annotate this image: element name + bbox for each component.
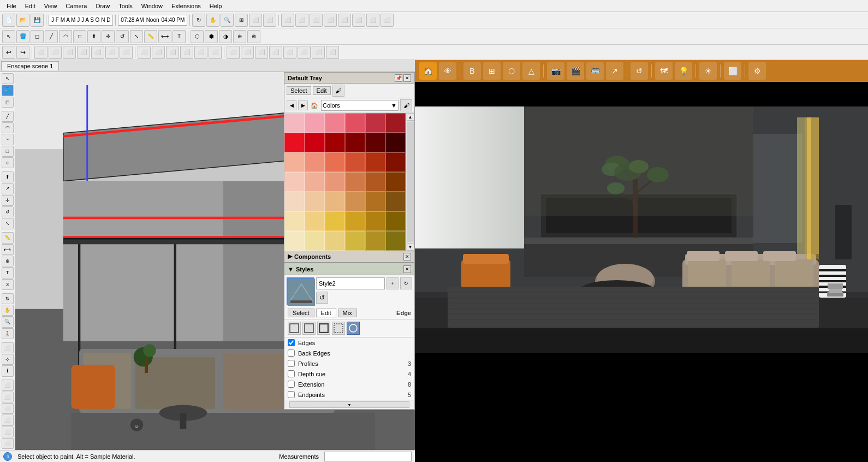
sketchup-viewport[interactable]: ⊕ ☺ Default Tray 📌 ✕ [15, 72, 415, 450]
tb3-5[interactable]: ⬜ [91, 46, 104, 59]
text-tool[interactable]: T [173, 30, 186, 43]
color-cell-3[interactable] [345, 113, 365, 133]
color-cell-8[interactable] [325, 133, 345, 152]
menu-tools[interactable]: Tools [114, 2, 137, 10]
enscape-view2-btn[interactable]: ⬜ [724, 62, 741, 80]
color-cell-10[interactable] [365, 133, 385, 152]
side-extra4[interactable]: ⬜ [2, 414, 14, 425]
style-refresh-btn[interactable]: ↺ [316, 292, 328, 304]
zoom-ext-btn[interactable]: ⊞ [235, 14, 248, 27]
side-extra5[interactable]: ⬜ [2, 427, 14, 437]
side-rect[interactable]: □ [2, 146, 14, 157]
tb3-12[interactable]: ⬜ [194, 46, 207, 59]
endpoints-checkbox[interactable] [288, 391, 295, 398]
color-cell-40[interactable] [365, 231, 385, 251]
styles-close-btn[interactable]: ✕ [403, 265, 411, 273]
color-cell-6[interactable] [284, 133, 305, 152]
color-cell-11[interactable] [385, 133, 406, 152]
side-arc[interactable]: ◠ [2, 122, 14, 133]
tab-mix[interactable]: Mix [338, 309, 357, 317]
edges-checkbox[interactable] [288, 339, 295, 346]
tb3-8[interactable]: ⬜ [138, 46, 151, 59]
side-extra3[interactable]: ⬜ [2, 403, 14, 414]
color-cell-14[interactable] [325, 152, 345, 172]
side-text[interactable]: T [2, 267, 14, 278]
color-cell-0[interactable] [284, 113, 305, 133]
components-close-btn[interactable]: ✕ [403, 253, 411, 260]
enscape-share-btn[interactable]: ↗ [606, 62, 623, 80]
endpoints-label[interactable]: Endpoints [298, 392, 397, 398]
menu-draw[interactable]: Draw [91, 2, 114, 10]
color-cell-17[interactable] [385, 152, 406, 172]
enscape-sync-btn[interactable]: ↺ [631, 62, 648, 80]
side-extra1[interactable]: ⬜ [2, 380, 14, 390]
color-cell-30[interactable] [284, 211, 305, 231]
color-cell-1[interactable] [305, 113, 325, 133]
hidden-btn[interactable]: ⬜ [310, 14, 323, 27]
color-cell-27[interactable] [345, 192, 365, 211]
style-thumbnail[interactable] [287, 277, 314, 305]
tb3-18[interactable]: ⬜ [283, 46, 296, 59]
dim-tool[interactable]: ⟷ [158, 30, 171, 43]
color-cell-29[interactable] [385, 192, 406, 211]
menu-camera[interactable]: Camera [61, 2, 91, 10]
side-rotate[interactable]: ↺ [2, 206, 14, 217]
color-cell-35[interactable] [385, 211, 406, 231]
edge-icon-4[interactable] [332, 322, 345, 335]
color-cell-28[interactable] [365, 192, 385, 211]
enscape-home-btn[interactable]: 🏠 [419, 62, 437, 80]
enscape-sun-btn[interactable]: ☀ [699, 62, 717, 80]
enscape-settings-btn[interactable]: ⚙ [748, 62, 766, 80]
side-walk[interactable]: 🚶 [2, 328, 14, 339]
prev-btn[interactable]: ⬜ [249, 14, 262, 27]
side-info[interactable]: ℹ [2, 365, 14, 376]
paint-bucket[interactable]: 🪣 [2, 85, 14, 96]
scroll-down-btn[interactable]: ▼ [407, 243, 414, 251]
side-axes[interactable]: ⊹ [2, 354, 14, 365]
enscape-video-btn[interactable]: 🎬 [567, 62, 584, 80]
tab-select[interactable]: Select [288, 309, 314, 317]
tb3-4[interactable]: ⬜ [77, 46, 90, 59]
colors-select-btn[interactable]: Select [287, 86, 311, 95]
extension-checkbox[interactable] [288, 381, 295, 388]
side-push[interactable]: ⬆ [2, 171, 14, 182]
tab-edit[interactable]: Edit [316, 309, 336, 317]
select-tool[interactable]: ↖ [2, 30, 15, 43]
tb3-13[interactable]: ⬜ [209, 46, 222, 59]
pan-btn[interactable]: ✋ [206, 14, 219, 27]
enscape-light-btn[interactable]: 💡 [675, 62, 692, 80]
undo-btn[interactable]: ↩ [2, 46, 15, 59]
tb3-21[interactable]: ⬜ [326, 46, 339, 59]
side-dim[interactable]: ⟷ [2, 244, 14, 255]
color-scrollbar[interactable]: ▲ ▼ [406, 113, 414, 251]
tb3-11[interactable]: ⬜ [180, 46, 193, 59]
color-cell-37[interactable] [305, 231, 325, 251]
tb3-15[interactable]: ⬜ [241, 46, 254, 59]
side-eraser[interactable]: ◻ [2, 97, 14, 108]
edge-icon-3[interactable] [317, 322, 330, 335]
save-btn[interactable]: 💾 [31, 14, 44, 27]
intersect-btn[interactable]: ⊕ [233, 30, 246, 43]
scene-tab-1[interactable]: Enscape scene 1 [1, 61, 59, 70]
soften-btn[interactable]: ◑ [219, 30, 232, 43]
color-cell-12[interactable] [284, 152, 305, 172]
color-cell-23[interactable] [385, 172, 406, 192]
colors-dropdown[interactable]: Colors ▼ [321, 100, 399, 111]
menu-view[interactable]: View [40, 2, 62, 10]
color-cell-39[interactable] [345, 231, 365, 251]
color-cell-13[interactable] [305, 152, 325, 172]
color-cell-24[interactable] [284, 192, 305, 211]
style-update-btn[interactable]: ↻ [400, 277, 412, 289]
enscape-views-btn[interactable]: ⊞ [483, 62, 501, 80]
color-cell-41[interactable] [385, 231, 406, 251]
sections-btn[interactable]: ⬜ [281, 14, 294, 27]
side-follow[interactable]: ↗ [2, 183, 14, 194]
side-line[interactable]: ╱ [2, 111, 14, 122]
group-btn[interactable]: ⬢ [205, 30, 218, 43]
next-btn[interactable]: ⬜ [263, 14, 276, 27]
push-tool[interactable]: ⬆ [87, 30, 100, 43]
side-tape[interactable]: 📏 [2, 232, 14, 243]
side-extra2[interactable]: ⬜ [2, 392, 14, 402]
depth-cue-label[interactable]: Depth cue [298, 371, 397, 377]
style-name-input[interactable]: Style2 [316, 277, 385, 289]
